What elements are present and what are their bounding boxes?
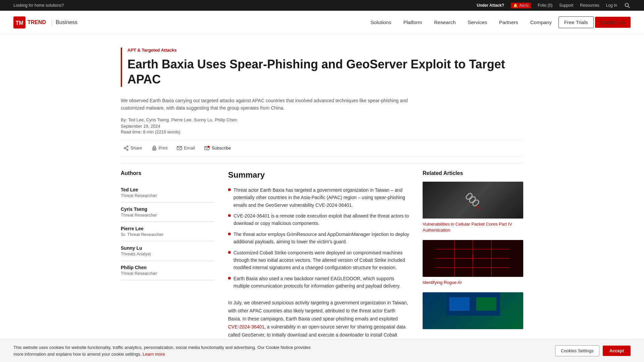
top-bar-home-solutions[interactable]: Looking for home solutions?: [13, 3, 64, 8]
author-role-ted-lee: Threat Researcher: [121, 193, 215, 198]
svg-text:TM: TM: [15, 20, 23, 26]
nav-partners[interactable]: Partners: [494, 17, 524, 28]
share-button[interactable]: Share: [121, 144, 145, 152]
article-byline: By: Ted Lee, Cyris Tseng, Pierre Lee, Su…: [121, 117, 523, 122]
authors-section: Authors Ted Lee Threat Researcher Cyris …: [121, 170, 215, 360]
bullet-dot: [228, 277, 231, 280]
contact-us-button[interactable]: Contact Us: [595, 17, 631, 28]
article-date: September 19, 2024: [121, 124, 523, 129]
cookie-settings-button[interactable]: Cookies Settings: [555, 345, 599, 356]
bullet-4: Customized Cobalt Strike components were…: [228, 249, 409, 272]
cookie-accept-button[interactable]: Accept: [603, 346, 631, 356]
trend-logo[interactable]: TM TREND: [13, 16, 46, 28]
article-title: Earth Baxia Uses Spear-Phishing and GeoS…: [127, 57, 523, 87]
main-content: Summary Threat actor Earth Baxia has tar…: [228, 170, 409, 360]
related-article-1-link[interactable]: Vulnerabilities in Cellular Packet Cores…: [423, 222, 512, 233]
cookie-banner: This website uses cookies for website fu…: [0, 339, 644, 362]
main-nav: TM TREND Business Solutions Platform Res…: [0, 11, 644, 34]
svg-line-1: [628, 6, 630, 8]
author-name-ted-lee: Ted Lee: [121, 187, 215, 192]
nav-company[interactable]: Company: [525, 17, 557, 28]
nav-research[interactable]: Research: [429, 17, 461, 28]
subscribe-label: Subscribe: [212, 145, 231, 150]
home-solutions-link[interactable]: Looking for home solutions?: [13, 3, 64, 8]
bullet-dot: [228, 188, 231, 191]
nav-links: Solutions Platform Research Services Par…: [365, 16, 631, 28]
article-readtime: Read time: 8 min (2215 words): [121, 129, 523, 134]
related-article-1: Vulnerabilities in Cellular Packet Cores…: [423, 182, 523, 233]
author-role-philip-chen: Threat Researcher: [121, 271, 215, 276]
svg-point-0: [625, 3, 629, 7]
cookie-text: This website uses cookies for website fu…: [13, 344, 315, 357]
bullet-5: Earth Baxia also used a new backdoor nam…: [228, 275, 409, 290]
article-description: We observed Earth Baxia carrying out tar…: [121, 97, 423, 112]
svg-rect-10: [153, 146, 155, 148]
logo[interactable]: TM TREND Business: [13, 16, 77, 28]
related-article-2: ! Identifying Rogue AI: [423, 240, 523, 286]
summary-heading: Summary: [228, 170, 409, 180]
bullet-dot: [228, 233, 231, 235]
svg-point-6: [124, 147, 125, 149]
author-name-cyris-tseng: Cyris Tseng: [121, 206, 215, 212]
cve-link[interactable]: CVE-2024-36401: [228, 324, 264, 329]
svg-line-8: [125, 148, 127, 149]
svg-line-7: [125, 147, 127, 148]
print-button[interactable]: Print: [149, 144, 170, 152]
svg-line-20: [478, 207, 480, 208]
related-article-2-link[interactable]: Identifying Rogue AI: [423, 280, 462, 285]
related-section: Related Articles Vulnerabilities in Cell…: [423, 170, 523, 360]
author-name-sunny-lu: Sunny Lu: [121, 245, 215, 251]
author-item-philip-chen: Philip Chen Threat Researcher: [121, 261, 215, 280]
svg-point-5: [127, 149, 128, 150]
bullet-2: CVE-2024-36401 is a remote code executio…: [228, 212, 409, 227]
related-article-3: [423, 292, 523, 329]
related-heading: Related Articles: [423, 170, 523, 176]
bullet-1: Threat actor Earth Baxia has targeted a …: [228, 186, 409, 209]
brand-label: Business: [51, 19, 77, 25]
nav-platform[interactable]: Platform: [398, 17, 427, 28]
author-role-pierre-lee: Sr. Threat Researcher: [121, 232, 215, 237]
top-bar-right: Under Attack? 🔔 Alerts Folio (0) Support…: [477, 2, 631, 9]
login-link[interactable]: Log In: [606, 3, 617, 8]
article-actions: Share Print Email + S: [121, 140, 523, 157]
email-button[interactable]: Email: [174, 144, 198, 152]
authors-heading: Authors: [121, 170, 215, 176]
nav-solutions[interactable]: Solutions: [365, 17, 397, 28]
author-name-pierre-lee: Pierre Lee: [121, 226, 215, 231]
svg-point-4: [127, 146, 128, 147]
top-bar: Looking for home solutions? Under Attack…: [0, 0, 644, 11]
bullet-3: The threat actor employs GrimResource an…: [228, 231, 409, 246]
resources-link[interactable]: Resources: [580, 3, 599, 8]
svg-rect-30: [449, 297, 470, 311]
article-body: Authors Ted Lee Threat Researcher Cyris …: [121, 163, 523, 360]
free-trials-button[interactable]: Free Trials: [558, 16, 594, 28]
alerts-badge[interactable]: 🔔 Alerts: [511, 3, 531, 8]
article-category: APT & Targeted Attacks: [127, 48, 523, 53]
folio-link[interactable]: Folio (0): [538, 3, 552, 8]
author-item-cyris-tseng: Cyris Tseng Threat Researcher: [121, 202, 215, 222]
svg-rect-17: [465, 192, 473, 200]
cookie-learn-more-link[interactable]: Learn more: [143, 352, 165, 357]
bullet-dot: [228, 251, 231, 254]
svg-text:!: !: [471, 253, 476, 263]
email-label: Email: [184, 145, 195, 150]
related-article-1-image: [423, 182, 523, 219]
nav-services[interactable]: Services: [463, 17, 493, 28]
print-label: Print: [159, 145, 168, 150]
article-header: APT & Targeted Attacks Earth Baxia Uses …: [121, 48, 523, 87]
summary-bullets: Threat actor Earth Baxia has targeted a …: [228, 186, 409, 290]
related-article-2-image: !: [423, 240, 523, 277]
search-icon[interactable]: [624, 2, 631, 9]
author-name-philip-chen: Philip Chen: [121, 265, 215, 270]
svg-rect-18: [469, 196, 476, 203]
author-item-ted-lee: Ted Lee Threat Researcher: [121, 183, 215, 202]
svg-rect-19: [472, 199, 480, 207]
share-label: Share: [130, 145, 142, 150]
author-item-sunny-lu: Sunny Lu Threats Analyst: [121, 241, 215, 261]
article-container: APT & Targeted Attacks Earth Baxia Uses …: [107, 34, 537, 362]
subscribe-button[interactable]: + Subscribe: [202, 144, 234, 152]
cookie-actions: Cookies Settings Accept: [555, 345, 631, 356]
support-link[interactable]: Support: [559, 3, 573, 8]
bullet-dot: [228, 214, 231, 217]
under-attack-link[interactable]: Under Attack?: [477, 3, 504, 8]
